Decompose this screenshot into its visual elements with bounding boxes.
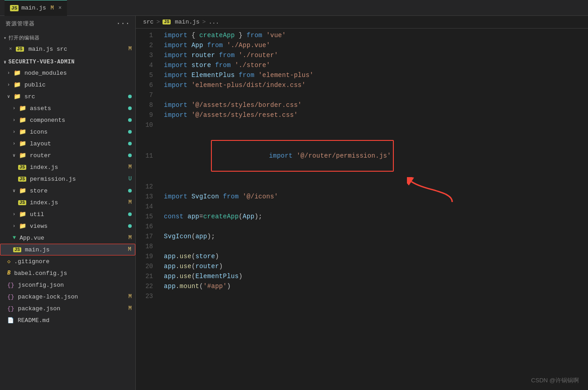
tree-item-views[interactable]: › 📁 views [0, 220, 135, 232]
folder-arrow: ∨ [13, 188, 15, 193]
open-editor-close-icon[interactable]: × [9, 46, 12, 52]
tree-item-jsconfig[interactable]: {} jsconfig.json [0, 279, 135, 291]
tree-item-assets[interactable]: › 📁 assets [0, 102, 135, 114]
code-line-18: 18 [136, 241, 588, 251]
folder-icon: 📁 [19, 211, 26, 218]
tree-item-store-index[interactable]: JS index.js M [0, 197, 135, 208]
tree-item-readme[interactable]: 📄 README.md [0, 314, 135, 326]
open-editor-modified-badge: M [129, 46, 132, 52]
js-file-icon: JS [18, 200, 26, 205]
line-number-14: 14 [138, 202, 160, 212]
code-line-8: 8 import '@/assets/styles/border.css' [136, 100, 588, 110]
project-root-header[interactable]: ∨ SECURITY-VUE3-ADMIN [0, 57, 135, 67]
folder-arrow: ∨ [13, 153, 15, 158]
folder-name: router [30, 152, 51, 159]
tree-item-store[interactable]: ∨ 📁 store [0, 185, 135, 197]
line-content-13: import SvgIcon from '@/icons' [160, 192, 588, 202]
js-file-icon: JS [13, 247, 21, 252]
filename: index.js [30, 164, 58, 171]
line-number-23: 23 [138, 291, 160, 301]
tree-item-package[interactable]: {} package.json M [0, 303, 135, 314]
line-content-8: import '@/assets/styles/border.css' [160, 100, 588, 110]
modified-dot [128, 130, 132, 134]
folder-icon: 📁 [14, 81, 21, 88]
code-line-7: 7 [136, 90, 588, 100]
code-editor[interactable]: 1 import { createApp } from 'vue' 2 impo… [136, 29, 588, 390]
tree-item-src[interactable]: ∨ 📁 src [0, 91, 135, 102]
line-content-3: import router from './router' [160, 50, 588, 60]
line-number-13: 13 [138, 192, 160, 202]
tree-item-package-lock[interactable]: {} package-lock.json M [0, 291, 135, 303]
folder-name: src [24, 93, 35, 100]
editor-area: src > JS main.js > ... 1 import { create… [136, 16, 588, 390]
line-content-19: app.use(store) [160, 251, 588, 261]
line-content-20: app.use(router) [160, 261, 588, 271]
project-name: SECURITY-VUE3-ADMIN [9, 59, 75, 65]
sidebar-title: 资源管理器 [5, 20, 35, 28]
tree-item-node-modules[interactable]: › 📁 node_modules [0, 67, 135, 79]
tree-item-icons[interactable]: › 📁 icons [0, 126, 135, 138]
line-content-21: app.use(ElementPlus) [160, 271, 588, 281]
tree-item-layout[interactable]: › 📁 layout [0, 138, 135, 149]
tree-item-permission[interactable]: JS permission.js U [0, 173, 135, 185]
project-arrow: ∨ [4, 59, 7, 65]
sidebar-options-button[interactable]: ··· [116, 19, 130, 28]
modified-dot [128, 142, 132, 145]
folder-icon: 📁 [19, 187, 26, 194]
code-line-22: 22 app.mount('#app') [136, 281, 588, 291]
tab-main-js[interactable]: JS main.js M × [5, 0, 67, 16]
line-number-1: 1 [138, 30, 160, 40]
tree-item-public[interactable]: › 📁 public [0, 79, 135, 91]
code-line-1: 1 import { createApp } from 'vue' [136, 30, 588, 40]
code-line-23: 23 [136, 291, 588, 301]
code-line-11: 11 import '@/router/permission.js' [136, 130, 588, 182]
line-number-11: 11 [138, 151, 160, 161]
filename: jsconfig.json [18, 282, 64, 289]
code-line-17: 17 SvgIcon(app); [136, 231, 588, 241]
open-editors-arrow: ▾ [4, 35, 7, 41]
code-line-4: 4 import store from './store' [136, 60, 588, 70]
gitignore-icon: ◇ [7, 258, 10, 265]
code-line-16: 16 [136, 221, 588, 231]
modified-badge: M [129, 199, 132, 206]
tree-item-components[interactable]: › 📁 components [0, 114, 135, 126]
filename: App.vue [19, 235, 44, 241]
code-line-6: 6 import 'element-plus/dist/index.css' [136, 80, 588, 90]
line-content-11: import '@/router/permission.js' [160, 130, 588, 182]
code-line-20: 20 app.use(router) [136, 261, 588, 271]
open-editor-main-js[interactable]: × JS main.js src M [0, 43, 135, 55]
tree-item-babel[interactable]: B babel.config.js [0, 267, 135, 279]
line-number-6: 6 [138, 80, 160, 90]
line-number-16: 16 [138, 221, 160, 231]
tree-item-main-js[interactable]: JS main.js M [0, 244, 135, 255]
modified-badge: M [129, 235, 132, 241]
main-layout: 资源管理器 ··· ▾ 打开的编辑器 × JS main.js src M ∨ … [0, 16, 588, 390]
modified-dot [128, 106, 132, 110]
tree-item-gitignore[interactable]: ◇ .gitignore [0, 255, 135, 267]
tab-close-button[interactable]: × [58, 5, 62, 11]
babel-icon: B [7, 270, 10, 276]
json-icon: {} [7, 282, 14, 289]
filename: .gitignore [14, 258, 49, 265]
code-line-9: 9 import '@/assets/styles/reset.css' [136, 110, 588, 120]
modified-dot [128, 189, 132, 193]
folder-arrow: › [13, 212, 15, 217]
tab-filename: main.js [21, 5, 46, 11]
folder-arrow: › [7, 82, 10, 87]
line-number-19: 19 [138, 251, 160, 261]
code-line-21: 21 app.use(ElementPlus) [136, 271, 588, 281]
code-lines: 1 import { createApp } from 'vue' 2 impo… [136, 29, 588, 303]
breadcrumb: src > JS main.js > ... [136, 16, 588, 29]
folder-icon: 📁 [19, 128, 26, 135]
folder-icon: 📁 [19, 140, 26, 147]
tree-item-app-vue[interactable]: ▼ App.vue M [0, 232, 135, 244]
tree-item-router-index[interactable]: JS index.js M [0, 161, 135, 173]
tree-item-router[interactable]: ∨ 📁 router [0, 149, 135, 161]
tree-item-util[interactable]: › 📁 util [0, 208, 135, 220]
open-editors-header[interactable]: ▾ 打开的编辑器 [0, 33, 135, 43]
file-tree: ∨ SECURITY-VUE3-ADMIN › 📁 node_modules ›… [0, 57, 135, 390]
line-content-4: import store from './store' [160, 60, 588, 70]
folder-name: public [24, 82, 46, 88]
filename: index.js [30, 199, 58, 206]
folder-icon: 📁 [19, 105, 26, 112]
